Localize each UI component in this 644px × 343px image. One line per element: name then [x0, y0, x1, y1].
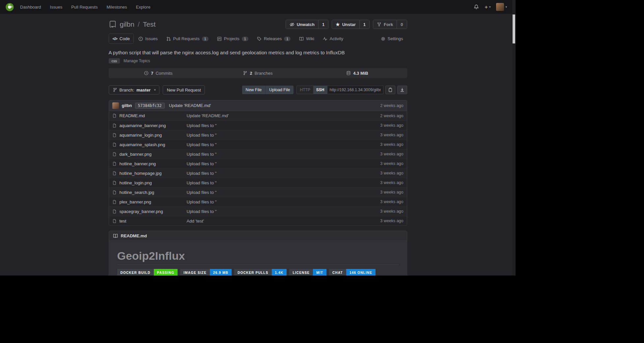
badge-label: IMAGE SIZE	[180, 269, 210, 276]
file-commit-time: 3 weeks ago	[380, 123, 403, 128]
user-menu-button[interactable]: ▾	[496, 3, 507, 11]
nav-milestones[interactable]: Milestones	[106, 5, 127, 10]
gitea-logo[interactable]	[5, 3, 14, 12]
chat-badge[interactable]: CHAT 146 ONLINE	[329, 269, 376, 276]
file-commit-message[interactable]: Upload files to ''	[187, 171, 380, 176]
image-size-badge[interactable]: IMAGE SIZE 26.9 MB	[180, 269, 232, 276]
file-commit-message[interactable]: Upload files to ''	[187, 199, 380, 204]
tab-issues[interactable]: Issues	[134, 34, 162, 44]
unwatch-button[interactable]: Unwatch	[286, 20, 318, 29]
notifications-button[interactable]	[474, 4, 479, 10]
file-icon	[112, 133, 117, 137]
file-commit-message[interactable]: Upload files to ''	[187, 152, 380, 157]
chevron-down-icon: ▾	[505, 5, 507, 9]
tab-projects-label: Projects	[224, 36, 239, 41]
license-badge[interactable]: LICENSE MIT	[289, 269, 326, 276]
star-icon: ★	[336, 22, 340, 27]
download-archive-button[interactable]	[397, 86, 407, 94]
file-table: gilbn 57384bfc32 Update 'README.md' 2 we…	[109, 100, 407, 226]
commits-stat[interactable]: 7 Commits	[109, 68, 208, 78]
file-name-link[interactable]: hotline_homepage.jpg	[112, 171, 187, 176]
branch-icon	[243, 71, 247, 75]
file-name-link[interactable]: aquamarine_banner.png	[112, 123, 187, 128]
repo-owner-link[interactable]: gilbn	[120, 20, 134, 28]
file-commit-time: 3 weeks ago	[380, 152, 403, 156]
file-name-link[interactable]: dark_banner.png	[112, 152, 187, 157]
new-file-button[interactable]: New File	[242, 86, 266, 94]
commit-sha-link[interactable]: 57384bfc32	[135, 103, 165, 109]
docker-pulls-badge[interactable]: DOCKER PULLS 1.4K	[234, 269, 287, 276]
file-commit-message[interactable]: Upload files to ''	[187, 142, 380, 147]
file-commit-message[interactable]: Upload files to ''	[187, 190, 380, 195]
tab-projects[interactable]: Projects 1	[213, 34, 252, 44]
file-name-link[interactable]: hotline_banner.png	[112, 161, 187, 166]
tab-pull-requests[interactable]: Pull Requests 1	[162, 34, 212, 44]
avatar[interactable]	[112, 102, 119, 109]
releases-count-badge: 1	[284, 37, 291, 41]
file-commit-time: 2 weeks ago	[380, 114, 403, 118]
file-name-link[interactable]: README.md	[112, 113, 187, 118]
docker-build-badge[interactable]: DOCKER BUILD PASSING	[117, 269, 178, 276]
tab-activity-label: Activity	[330, 36, 343, 41]
file-commit-time: 3 weeks ago	[380, 180, 403, 185]
watch-button-group: Unwatch 1	[286, 20, 328, 29]
http-protocol-button[interactable]: HTTP	[296, 86, 313, 94]
readme-content: Geoip2Influx DOCKER BUILD PASSING IMAGE …	[109, 241, 407, 276]
commit-message-link[interactable]: Update 'README.md'	[169, 103, 211, 108]
tab-wiki[interactable]: Wiki	[295, 34, 318, 44]
new-pull-request-button[interactable]: New Pull Request	[163, 85, 205, 94]
clone-url-input[interactable]	[327, 86, 383, 94]
tab-activity[interactable]: Activity	[319, 34, 347, 44]
file-commit-message[interactable]: Upload files to ''	[187, 180, 380, 185]
scrollbar-track[interactable]	[512, 0, 516, 276]
ssh-protocol-button[interactable]: SSH	[313, 86, 327, 94]
repo-name-link[interactable]: Test	[143, 20, 156, 28]
table-row: hotline_login.png Upload files to '' 3 w…	[109, 178, 407, 187]
branches-stat[interactable]: 2 Branches	[208, 68, 308, 78]
tag-icon	[257, 37, 262, 41]
size-stat[interactable]: 4.3 MiB	[308, 68, 407, 78]
repo-size: 4.3 MiB	[353, 71, 368, 76]
table-row: aquamarine_splash.png Upload files to ''…	[109, 140, 407, 149]
file-commit-message[interactable]: Upload files to ''	[187, 209, 380, 214]
file-name-link[interactable]: spacegray_banner.png	[112, 209, 187, 214]
file-commit-time: 3 weeks ago	[380, 199, 403, 204]
nav-issues[interactable]: Issues	[50, 5, 63, 10]
file-commit-message[interactable]: Upload files to ''	[187, 161, 380, 166]
tab-code[interactable]: </> Code	[109, 34, 134, 44]
manage-topics-link[interactable]: Manage Topics	[124, 59, 150, 63]
branch-selector[interactable]: Branch: master ▾	[109, 85, 160, 94]
file-commit-message[interactable]: Upload files to ''	[187, 123, 380, 128]
watchers-count[interactable]: 1	[318, 20, 328, 29]
upload-file-button[interactable]: Upload File	[265, 86, 294, 94]
gear-icon	[381, 37, 385, 41]
file-name-link[interactable]: aquamarine_splash.png	[112, 142, 187, 147]
file-name-link[interactable]: hotline_search.jpg	[112, 190, 187, 195]
file-commit-message[interactable]: Upload files to ''	[187, 133, 380, 138]
tab-releases[interactable]: Releases 1	[253, 34, 294, 44]
file-name-link[interactable]: hotline_login.png	[112, 180, 187, 185]
commit-author-link[interactable]: gilbn	[122, 103, 132, 108]
tab-settings[interactable]: Settings	[377, 34, 407, 44]
nav-pull-requests[interactable]: Pull Requests	[71, 5, 98, 10]
file-name-link[interactable]: aquamarine_login.png	[112, 133, 187, 138]
nav-dashboard[interactable]: Dashboard	[20, 5, 41, 10]
fork-button[interactable]: Fork	[373, 20, 397, 29]
nav-explore[interactable]: Explore	[136, 5, 151, 10]
file-icon	[112, 152, 117, 156]
file-name-link[interactable]: test	[112, 219, 187, 224]
scrollbar-thumb[interactable]	[513, 14, 515, 43]
badge-label: CHAT	[329, 269, 346, 276]
forks-count[interactable]: 0	[397, 20, 406, 29]
badge-value: 1.4K	[272, 269, 287, 276]
topic-css[interactable]: css	[109, 58, 120, 64]
file-commit-message[interactable]: Add 'test'	[187, 219, 380, 224]
copy-url-button[interactable]	[385, 86, 395, 94]
unstar-label: Unstar	[342, 22, 356, 27]
file-commit-message[interactable]: Update 'README.md'	[187, 113, 380, 118]
tab-settings-label: Settings	[388, 36, 403, 41]
create-new-button[interactable]: + ▾	[485, 4, 490, 10]
file-name-link[interactable]: plex_banner.png	[112, 199, 187, 204]
stars-count[interactable]: 1	[359, 20, 369, 29]
unstar-button[interactable]: ★ Unstar	[332, 20, 359, 29]
